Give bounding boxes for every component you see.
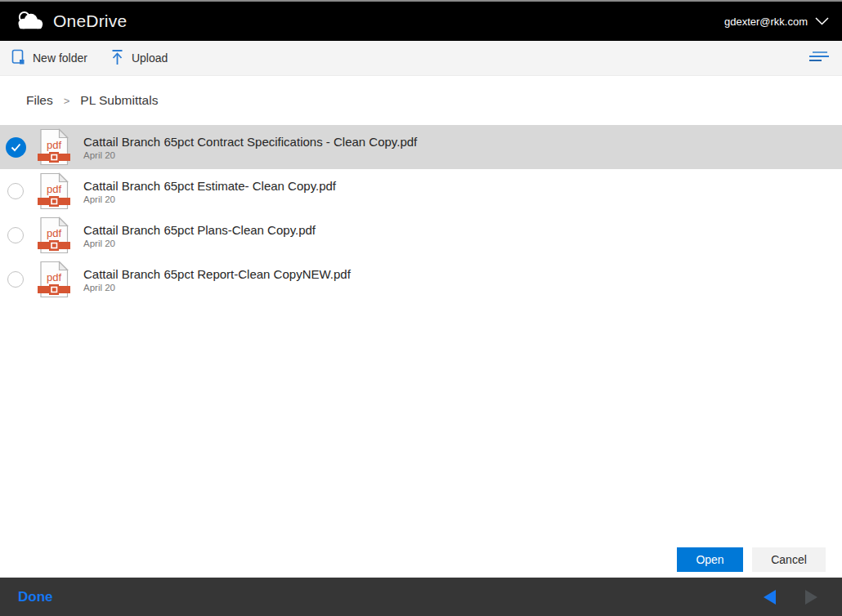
upload-arrow-icon (110, 49, 124, 68)
browser-bottom-bar: Done (0, 577, 842, 616)
checkmark-circle-icon (6, 137, 26, 158)
breadcrumb-separator: > (64, 95, 70, 107)
file-name: Cattail Branch 65pct Contract Specificat… (83, 135, 417, 149)
command-toolbar: New folder Upload (0, 41, 842, 76)
back-arrow-icon[interactable] (764, 590, 776, 605)
file-texts: Cattail Branch 65pct Report-Clean CopyNE… (83, 267, 351, 292)
done-button[interactable]: Done (18, 589, 53, 605)
breadcrumb-current-folder: PL Submittals (80, 93, 158, 108)
file-list: pdf Cattail Branch 65pct Contract Specif… (0, 125, 842, 301)
sort-lines-icon (808, 51, 829, 65)
account-menu[interactable]: gdexter@rkk.com (724, 16, 829, 28)
new-folder-label: New folder (33, 51, 87, 65)
cancel-button[interactable]: Cancel (752, 547, 826, 572)
svg-text:pdf: pdf (47, 271, 61, 283)
upload-button[interactable]: Upload (110, 49, 168, 68)
account-email: gdexter@rkk.com (724, 16, 808, 28)
file-name: Cattail Branch 65pct Plans-Clean Copy.pd… (83, 223, 316, 237)
file-date: April 20 (83, 150, 417, 160)
pdf-file-icon: pdf (38, 216, 70, 254)
file-date: April 20 (83, 194, 336, 204)
file-date: April 20 (83, 239, 316, 248)
radio-unselected-icon (7, 271, 24, 288)
radio-unselected-icon (7, 183, 24, 199)
file-select-radio[interactable] (4, 271, 27, 288)
onedrive-cloud-icon (13, 9, 46, 34)
file-date: April 20 (83, 283, 351, 292)
nav-arrows (764, 590, 817, 605)
breadcrumb: Files > PL Submittals (0, 76, 842, 125)
file-row[interactable]: pdf Cattail Branch 65pct Plans-Clean Cop… (0, 213, 842, 257)
pdf-file-icon: pdf (38, 261, 70, 298)
svg-text:pdf: pdf (47, 183, 61, 195)
file-select-radio[interactable] (4, 227, 27, 243)
file-texts: Cattail Branch 65pct Estimate- Clean Cop… (83, 179, 336, 204)
file-texts: Cattail Branch 65pct Contract Specificat… (83, 135, 417, 160)
file-row[interactable]: pdf Cattail Branch 65pct Report-Clean Co… (0, 257, 842, 301)
onedrive-logo: OneDrive (13, 9, 127, 34)
app-header: OneDrive gdexter@rkk.com (0, 2, 842, 41)
sort-button[interactable] (806, 47, 831, 69)
file-select-radio[interactable] (4, 183, 27, 199)
dialog-actions: Open Cancel (677, 547, 826, 572)
chevron-down-icon (815, 16, 829, 28)
new-folder-button[interactable]: New folder (11, 49, 87, 68)
svg-text:pdf: pdf (47, 139, 61, 151)
open-button[interactable]: Open (677, 547, 743, 572)
file-row[interactable]: pdf Cattail Branch 65pct Contract Specif… (0, 125, 842, 169)
svg-text:pdf: pdf (47, 227, 61, 239)
file-name: Cattail Branch 65pct Estimate- Clean Cop… (83, 179, 336, 193)
file-select-radio[interactable] (4, 137, 27, 158)
pdf-file-icon: pdf (38, 128, 70, 166)
file-texts: Cattail Branch 65pct Plans-Clean Copy.pd… (83, 223, 316, 248)
breadcrumb-files[interactable]: Files (26, 93, 53, 108)
forward-arrow-icon[interactable] (805, 590, 817, 605)
file-row[interactable]: pdf Cattail Branch 65pct Estimate- Clean… (0, 169, 842, 213)
file-name: Cattail Branch 65pct Report-Clean CopyNE… (83, 267, 351, 281)
pdf-file-icon: pdf (38, 172, 70, 210)
app-title: OneDrive (53, 11, 127, 31)
new-folder-icon (11, 49, 25, 68)
upload-label: Upload (132, 51, 168, 65)
radio-unselected-icon (7, 227, 24, 243)
onedrive-file-picker: OneDrive gdexter@rkk.com New folder (0, 0, 842, 616)
